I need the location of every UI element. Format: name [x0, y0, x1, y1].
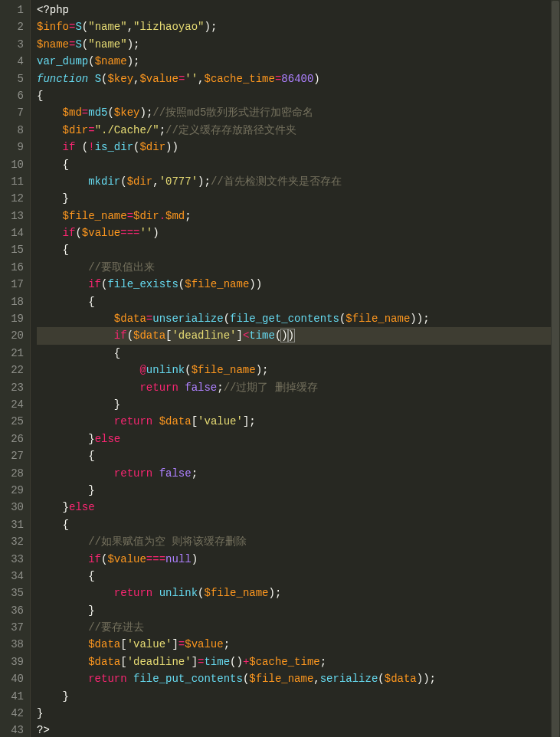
line-number: 11 [0, 173, 24, 190]
code-line[interactable]: } [37, 396, 560, 413]
code-line[interactable]: { [37, 156, 560, 173]
code-area[interactable]: <?php$info=S("name","lizhaoyao");$name=S… [31, 0, 560, 737]
line-number: 13 [0, 208, 24, 224]
code-line[interactable]: if (!is_dir($dir)) [37, 139, 560, 156]
line-number: 6 [0, 87, 24, 104]
line-number: 32 [0, 533, 24, 550]
code-line[interactable]: $dir="./Cache/";//定义缓存存放路径文件夹 [37, 122, 560, 139]
line-number: 35 [0, 585, 24, 601]
line-number: 28 [0, 465, 24, 482]
line-number: 26 [0, 431, 24, 447]
line-number: 5 [0, 70, 24, 87]
code-line[interactable]: { [37, 293, 560, 310]
code-line[interactable]: } [37, 688, 560, 705]
code-line[interactable]: ?> [37, 722, 560, 737]
code-line[interactable]: if(file_exists($file_name)) [37, 276, 560, 293]
line-number: 2 [0, 18, 24, 35]
line-number: 43 [0, 722, 24, 737]
code-line[interactable]: $data['deadline']=time()+$cache_time; [37, 653, 560, 670]
code-line[interactable]: $info=S("name","lizhaoyao"); [37, 18, 560, 35]
line-number: 19 [0, 310, 24, 327]
code-line[interactable]: return unlink($file_name); [37, 585, 560, 601]
line-number: 1 [0, 2, 24, 18]
code-line[interactable]: var_dump($name); [37, 53, 560, 70]
code-line[interactable]: if($value===null) [37, 551, 560, 568]
line-number: 37 [0, 619, 24, 636]
code-line[interactable]: $file_name=$dir.$md; [37, 208, 560, 224]
code-line[interactable]: function S($key,$value='',$cache_time=86… [37, 70, 560, 87]
code-line[interactable]: { [37, 241, 560, 258]
code-line[interactable]: @unlink($file_name); [37, 362, 560, 378]
code-line[interactable]: //要取值出来 [37, 259, 560, 276]
code-line[interactable]: } [37, 705, 560, 722]
line-number: 42 [0, 705, 24, 722]
code-editor[interactable]: 1234567891011121314151617181920212223242… [0, 0, 560, 737]
line-number: 4 [0, 53, 24, 70]
code-line[interactable]: }else [37, 499, 560, 516]
line-number: 15 [0, 241, 24, 258]
code-line[interactable]: if($data['deadline']<time()) [37, 327, 560, 344]
code-line[interactable]: return false; [37, 465, 560, 482]
code-line[interactable]: } [37, 190, 560, 207]
code-line[interactable]: { [37, 568, 560, 585]
line-number: 38 [0, 636, 24, 653]
code-line[interactable]: $name=S("name"); [37, 36, 560, 53]
line-number: 14 [0, 224, 24, 241]
code-line[interactable]: if($value==='') [37, 224, 560, 241]
line-number: 36 [0, 602, 24, 619]
line-number: 33 [0, 551, 24, 568]
line-number: 40 [0, 670, 24, 687]
code-line[interactable]: //如果赋值为空 则将该缓存删除 [37, 533, 560, 550]
code-line[interactable]: return $data['value']; [37, 413, 560, 430]
code-line[interactable]: //要存进去 [37, 619, 560, 636]
line-number: 10 [0, 156, 24, 173]
code-line[interactable]: { [37, 516, 560, 533]
line-number: 9 [0, 139, 24, 156]
line-number: 3 [0, 36, 24, 53]
line-number: 16 [0, 259, 24, 276]
code-line[interactable]: } [37, 602, 560, 619]
code-line[interactable]: { [37, 447, 560, 464]
line-number: 24 [0, 396, 24, 413]
line-number: 25 [0, 413, 24, 430]
line-number: 23 [0, 379, 24, 396]
code-line[interactable]: } [37, 482, 560, 499]
line-number: 20 [0, 327, 24, 344]
code-line[interactable]: $data['value']=$value; [37, 636, 560, 653]
line-number: 18 [0, 293, 24, 310]
code-line[interactable]: { [37, 87, 560, 104]
vertical-scrollbar[interactable] [551, 0, 560, 737]
line-number: 30 [0, 499, 24, 516]
line-number: 12 [0, 190, 24, 207]
line-number: 8 [0, 122, 24, 139]
line-number: 41 [0, 688, 24, 705]
scrollbar-thumb[interactable] [552, 1, 559, 737]
line-number: 22 [0, 362, 24, 378]
code-line[interactable]: { [37, 345, 560, 362]
line-number: 31 [0, 516, 24, 533]
line-number: 7 [0, 104, 24, 121]
line-number: 34 [0, 568, 24, 585]
line-number: 17 [0, 276, 24, 293]
code-line[interactable]: return file_put_contents($file_name,seri… [37, 670, 560, 687]
code-line[interactable]: $md=md5($key);//按照md5散列形式进行加密命名 [37, 104, 560, 121]
code-line[interactable]: }else [37, 431, 560, 447]
line-gutter: 1234567891011121314151617181920212223242… [0, 0, 31, 737]
code-line[interactable]: $data=unserialize(file_get_contents($fil… [37, 310, 560, 327]
code-line[interactable]: <?php [37, 2, 560, 18]
code-line[interactable]: mkdir($dir,'0777');//首先检测文件夹是否存在 [37, 173, 560, 190]
line-number: 21 [0, 345, 24, 362]
line-number: 29 [0, 482, 24, 499]
code-line[interactable]: return false;//过期了 删掉缓存 [37, 379, 560, 396]
line-number: 39 [0, 653, 24, 670]
line-number: 27 [0, 447, 24, 464]
